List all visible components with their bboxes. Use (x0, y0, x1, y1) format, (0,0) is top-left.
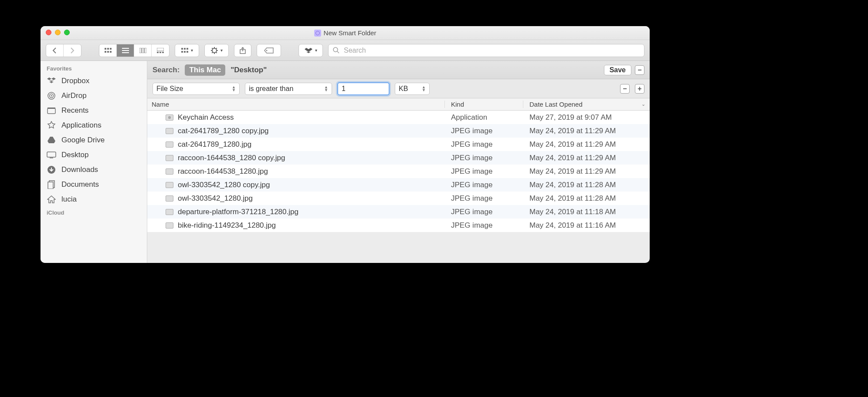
column-name[interactable]: Name (147, 101, 445, 108)
file-name: bike-riding-1149234_1280.jpg (178, 221, 276, 230)
file-name: cat-2641789_1280 copy.jpg (178, 127, 269, 135)
svg-rect-10 (142, 48, 144, 53)
column-view-button[interactable] (134, 44, 152, 57)
app-icon (166, 114, 173, 121)
save-button[interactable]: Save (604, 65, 631, 75)
main-area: Search: This Mac "Desktop" Save − File S… (147, 61, 650, 263)
sidebar-item-dropbox[interactable]: Dropbox (41, 74, 147, 88)
table-row[interactable]: cat-2641789_1280 copy.jpgJPEG imageMay 2… (147, 124, 650, 138)
sidebar-item-applications[interactable]: Applications (41, 118, 147, 133)
sidebar-item-documents[interactable]: Documents (41, 177, 147, 192)
svg-point-25 (333, 47, 338, 52)
value-input[interactable] (337, 82, 390, 95)
file-kind: JPEG image (445, 181, 523, 189)
file-name: owl-3303542_1280.jpg (178, 194, 253, 203)
smart-folder-icon (314, 30, 321, 37)
close-icon[interactable] (46, 30, 51, 35)
svg-point-24 (266, 50, 268, 51)
scope-desktop[interactable]: "Desktop" (231, 66, 267, 74)
window-title-text: New Smart Folder (324, 29, 376, 37)
back-button[interactable] (46, 44, 64, 57)
sidebar-item-google-drive[interactable]: Google Drive (41, 133, 147, 148)
file-date: May 24, 2019 at 11:28 AM (523, 194, 650, 203)
sidebar-item-downloads[interactable]: Downloads (41, 162, 147, 177)
sidebar-item-label: Recents (61, 106, 88, 115)
search-field[interactable] (328, 44, 644, 57)
sidebar-item-label: Downloads (61, 165, 98, 174)
criteria-remove-button[interactable]: − (620, 84, 630, 94)
sidebar-header-favorites: Favorites (41, 63, 147, 74)
column-headers: Name Kind Date Last Opened ⌄ (147, 98, 650, 111)
table-row[interactable]: owl-3303542_1280.jpgJPEG imageMay 24, 20… (147, 192, 650, 205)
search-input[interactable] (343, 46, 640, 55)
svg-rect-8 (122, 52, 129, 53)
table-row[interactable]: raccoon-1644538_1280.jpgJPEG imageMay 24… (147, 165, 650, 178)
remove-criteria-button[interactable]: − (635, 65, 644, 75)
table-row[interactable]: Keychain AccessApplicationMay 27, 2019 a… (147, 111, 650, 124)
stepper-icon: ▲▼ (324, 86, 328, 92)
svg-rect-4 (107, 51, 109, 53)
image-icon (166, 155, 173, 161)
recents-icon (47, 106, 56, 115)
icon-view-button[interactable] (99, 44, 117, 57)
results-list[interactable]: Keychain AccessApplicationMay 27, 2019 a… (147, 111, 650, 263)
gallery-view-button[interactable] (152, 44, 169, 57)
attribute-select[interactable]: File Size ▲▼ (153, 83, 240, 95)
svg-rect-12 (157, 48, 164, 51)
table-row[interactable]: raccoon-1644538_1280 copy.jpgJPEG imageM… (147, 151, 650, 165)
scope-this-mac[interactable]: This Mac (185, 64, 225, 76)
minimize-icon[interactable] (55, 30, 61, 35)
titlebar[interactable]: New Smart Folder (41, 26, 650, 40)
table-row[interactable]: owl-3303542_1280 copy.jpgJPEG imageMay 2… (147, 178, 650, 192)
unit-value: KB (399, 85, 408, 93)
sidebar-item-desktop[interactable]: Desktop (41, 148, 147, 162)
svg-rect-16 (181, 48, 183, 50)
stepper-icon: ▲▼ (232, 86, 236, 92)
column-kind[interactable]: Kind (445, 101, 523, 108)
sidebar-item-recents[interactable]: Recents (41, 103, 147, 118)
share-button[interactable] (234, 44, 251, 57)
sidebar-item-label: Documents (61, 180, 99, 189)
sidebar-item-label: Applications (61, 121, 102, 130)
action-button[interactable]: ▾ (204, 44, 229, 57)
forward-button[interactable] (64, 44, 81, 57)
finder-window: New Smart Folder ▾ ▾ ▾ Favorites Dropbox… (41, 26, 650, 263)
chevron-down-icon: ▾ (220, 48, 223, 53)
arrange-button[interactable]: ▾ (175, 44, 199, 57)
unit-select[interactable]: KB ▲▼ (395, 83, 430, 95)
svg-rect-14 (159, 52, 161, 53)
image-icon (166, 182, 173, 188)
table-row[interactable]: cat-2641789_1280.jpgJPEG imageMay 24, 20… (147, 138, 650, 151)
svg-rect-9 (139, 48, 141, 53)
file-kind: JPEG image (445, 221, 523, 230)
file-kind: JPEG image (445, 127, 523, 135)
dropbox-toolbar-button[interactable]: ▾ (298, 44, 323, 57)
svg-rect-31 (47, 152, 56, 157)
criteria-add-button[interactable]: + (635, 84, 644, 94)
sidebar-item-lucia[interactable]: lucia (41, 192, 147, 207)
window-title: New Smart Folder (314, 29, 376, 37)
list-view-button[interactable] (117, 44, 134, 57)
sidebar-item-label: Google Drive (61, 136, 105, 145)
image-icon (166, 128, 173, 134)
zoom-icon[interactable] (64, 30, 70, 35)
svg-rect-18 (186, 48, 188, 50)
tags-button[interactable] (257, 44, 281, 57)
svg-rect-29 (47, 108, 55, 114)
svg-rect-30 (47, 108, 55, 109)
svg-rect-17 (184, 48, 186, 50)
svg-rect-3 (105, 51, 106, 53)
sidebar-item-label: Dropbox (61, 77, 89, 85)
sidebar-item-label: lucia (61, 195, 77, 204)
svg-rect-20 (184, 51, 186, 53)
operator-select[interactable]: is greater than ▲▼ (245, 83, 332, 95)
sidebar-item-airdrop[interactable]: AirDrop (41, 88, 147, 103)
table-row[interactable]: departure-platform-371218_1280.jpgJPEG i… (147, 205, 650, 219)
table-row[interactable]: bike-riding-1149234_1280.jpgJPEG imageMa… (147, 219, 650, 232)
documents-icon (47, 180, 56, 189)
column-date[interactable]: Date Last Opened ⌄ (523, 101, 650, 108)
file-kind: Application (445, 113, 523, 122)
column-date-label: Date Last Opened (529, 101, 583, 108)
googledrive-icon (47, 135, 56, 145)
sidebar-item-label: Desktop (61, 151, 88, 159)
